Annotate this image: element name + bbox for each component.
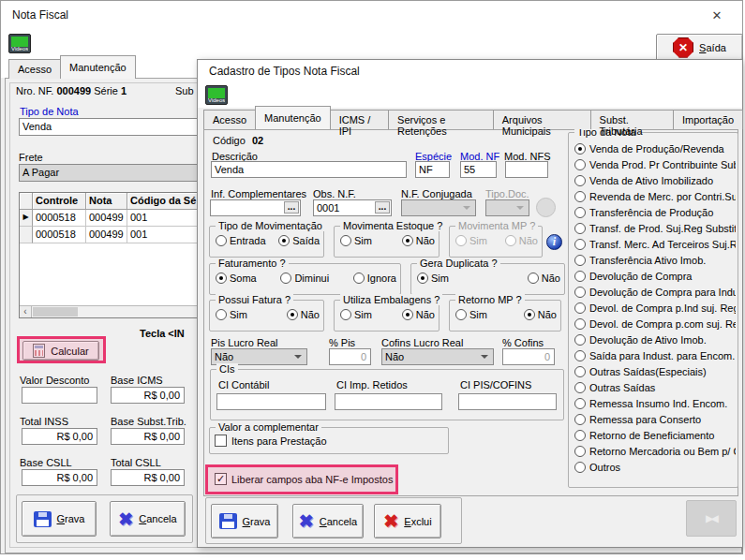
tipo-da-nota-option-transf-merc-ad-terceiros-suj-r[interactable]: Transf. Merc. Ad Terceiros Suj.R bbox=[574, 236, 736, 252]
scroll-left-icon[interactable]: ‹ bbox=[20, 306, 32, 317]
tipo-da-nota-option-revenda-de-merc-por-contri-sub[interactable]: Revenda de Merc. por Contri.Sub bbox=[574, 188, 736, 204]
grid-column-header[interactable]: Código da Sé bbox=[127, 193, 200, 210]
radio-sim[interactable]: Sim bbox=[216, 309, 247, 320]
radio-diminui[interactable]: Diminui bbox=[280, 273, 329, 284]
radio-circle-icon[interactable] bbox=[574, 334, 586, 346]
radio-circle-icon[interactable] bbox=[574, 462, 586, 473]
tab-manutencao[interactable]: Manutenção bbox=[60, 55, 136, 79]
grid-column-header[interactable]: Controle bbox=[33, 193, 86, 210]
radio-sim[interactable]: Sim bbox=[340, 235, 372, 246]
front-cancela-button[interactable]: ✖ Cancela bbox=[292, 504, 364, 538]
radio-circle-icon[interactable] bbox=[574, 271, 586, 282]
tab-manutencao[interactable]: Manutenção bbox=[255, 106, 331, 129]
radio-circle-icon[interactable] bbox=[574, 207, 586, 218]
calcular-button[interactable]: Calcular bbox=[22, 341, 99, 361]
radio-circle-icon[interactable] bbox=[528, 273, 539, 284]
close-icon[interactable]: ✕ bbox=[701, 8, 733, 22]
tipo-da-nota-option-venda-prod-pr-contribuinte-subs[interactable]: Venda Prod. Pr Contribuinte Subs bbox=[574, 156, 736, 172]
especie-field[interactable]: NF bbox=[415, 161, 450, 178]
radio-circle-icon[interactable] bbox=[278, 235, 290, 246]
base-icms-field[interactable]: R$ 0,00 bbox=[111, 387, 185, 404]
radio-circle-icon[interactable] bbox=[574, 175, 586, 186]
front-grava-button[interactable]: Grava bbox=[211, 504, 278, 538]
radio-circle-icon[interactable] bbox=[280, 273, 291, 284]
radio-circle-icon[interactable] bbox=[574, 287, 586, 298]
radio-circle-icon[interactable] bbox=[216, 309, 227, 320]
radio-ignora[interactable]: Ignora bbox=[353, 273, 396, 284]
radio-circle-icon[interactable] bbox=[574, 350, 586, 361]
tipo-da-nota-option-outros[interactable]: Outros bbox=[574, 459, 736, 475]
grid-column-header[interactable]: Nota bbox=[86, 193, 127, 210]
ci-imp-retidos-field[interactable] bbox=[335, 393, 442, 410]
tipo-da-nota-option-saida-para-indust-para-encom[interactable]: Saída para Indust. para Encom. bbox=[574, 347, 736, 363]
total-inss-field[interactable]: R$ 0,00 bbox=[22, 428, 97, 445]
radio-circle-icon[interactable] bbox=[574, 302, 586, 314]
tipo-da-nota-option-devol-de-compra-p-com-suj-reg[interactable]: Devol. de Compra p.com suj. Reg bbox=[574, 316, 736, 332]
radio-circle-icon[interactable] bbox=[574, 223, 586, 234]
radio-circle-icon[interactable] bbox=[574, 446, 586, 457]
tipo-da-nota-option-devolucao-de-compra-para-indus[interactable]: Devolução de Compra para Indus bbox=[574, 284, 736, 300]
tab-icms-ipi[interactable]: ICMS / IPI bbox=[330, 110, 389, 129]
tipo-da-nota-option-devolucao-de-ativo-imob[interactable]: Devolução de Ativo Imob. bbox=[574, 332, 736, 347]
scroll-thumb[interactable] bbox=[33, 307, 78, 317]
radio-circle-icon[interactable] bbox=[574, 414, 586, 425]
mod-nfs-field[interactable] bbox=[505, 161, 548, 178]
radio-circle-icon[interactable] bbox=[524, 309, 535, 320]
radio-sim[interactable]: Sim bbox=[455, 309, 487, 320]
radio-circle-icon[interactable] bbox=[574, 191, 586, 202]
tipo-da-nota-option-remessa-insumo-ind-encom[interactable]: Remessa Insumo Ind. Encom. bbox=[574, 395, 736, 411]
tipo-de-nota-field[interactable]: Venda bbox=[19, 118, 200, 136]
radio-sim[interactable]: Sim bbox=[340, 309, 372, 320]
notas-grid[interactable]: ControleNotaCódigo da Sé▶000051800049900… bbox=[19, 192, 200, 318]
tab-acesso[interactable]: Acesso bbox=[203, 110, 256, 129]
videos-icon[interactable]: Videos bbox=[8, 34, 31, 53]
radio-circle-icon[interactable] bbox=[574, 366, 586, 377]
radio-circle-icon[interactable] bbox=[216, 235, 227, 246]
info-icon[interactable]: i bbox=[546, 234, 562, 250]
obs-nf-ellipsis-button[interactable]: ... bbox=[375, 201, 390, 214]
radio-saida[interactable]: Saída bbox=[278, 235, 320, 246]
radio-circle-icon[interactable] bbox=[455, 309, 467, 320]
radio-circle-icon[interactable] bbox=[574, 318, 586, 330]
radio-nao[interactable]: Não bbox=[524, 309, 557, 320]
tipo-da-nota-option-remessa-para-conserto[interactable]: Remessa para Conserto bbox=[574, 411, 736, 427]
radio-circle-icon[interactable] bbox=[287, 309, 298, 320]
tab-importacao[interactable]: Importação bbox=[673, 110, 743, 129]
back-cancela-button[interactable]: ✖ Cancela bbox=[110, 501, 186, 537]
radio-nao[interactable]: Não bbox=[402, 309, 435, 320]
descricao-field[interactable]: Venda bbox=[211, 161, 407, 178]
inf-complementares-ellipsis-button[interactable]: ... bbox=[284, 201, 299, 214]
radio-circle-icon[interactable] bbox=[340, 235, 351, 246]
tipo-da-nota-option-transf-de-prod-suj-reg-substitu[interactable]: Transf. de Prod. Suj.Reg Substitu bbox=[574, 220, 736, 236]
tab-subst-tributaria[interactable]: Subst. Tributária bbox=[590, 110, 674, 129]
radio-circle-icon[interactable] bbox=[574, 159, 586, 170]
grid-data-row[interactable]: ▶0000518000499001 bbox=[20, 210, 199, 227]
radio-nao[interactable]: Não bbox=[402, 235, 435, 246]
radio-circle-icon[interactable] bbox=[574, 430, 586, 441]
tipo-da-nota-option-venda-de-ativo-imobilizado[interactable]: Venda de Ativo Imobilizado bbox=[574, 172, 736, 188]
radio-circle-icon[interactable] bbox=[574, 382, 586, 393]
tipo-da-nota-option-venda-de-producao-revenda[interactable]: Venda de Produção/Revenda bbox=[574, 140, 736, 156]
liberar-campos-checkbox[interactable]: ✓ bbox=[215, 473, 227, 485]
radio-circle-icon[interactable] bbox=[574, 398, 586, 409]
tipo-da-nota-option-devol-de-compra-p-ind-suj-regi[interactable]: Devol. de Compra p.Ind suj. Regi bbox=[574, 300, 736, 316]
mod-nf-field[interactable]: 55 bbox=[460, 161, 497, 178]
tipo-da-nota-option-retorno-mercadoria-ou-bem-p-c[interactable]: Retorno Mercadoria ou Bem p/ C bbox=[574, 443, 736, 459]
radio-circle-icon[interactable] bbox=[417, 273, 428, 284]
grid-hscrollbar[interactable]: ‹ bbox=[20, 305, 199, 317]
tipo-da-nota-option-transferencia-de-producao[interactable]: Transferência de Produção bbox=[574, 204, 736, 220]
ci-contabil-field[interactable] bbox=[216, 393, 326, 410]
tab-servicos-e-retencoes[interactable]: Serviços e Retenções bbox=[388, 110, 494, 129]
base-csll-field[interactable]: R$ 0,00 bbox=[22, 469, 97, 486]
base-subst-trib-field[interactable]: R$ 0,00 bbox=[111, 428, 185, 445]
frete-field[interactable]: A Pagar bbox=[19, 164, 200, 182]
grid-data-row[interactable]: 0000518000499001 bbox=[20, 227, 199, 243]
tipo-da-nota-option-transferencia-ativo-imob[interactable]: Transferência Ativo Imob. bbox=[574, 252, 736, 268]
videos-icon[interactable]: Videos bbox=[205, 85, 228, 105]
back-grava-button[interactable]: Grava bbox=[22, 501, 97, 537]
radio-circle-icon[interactable] bbox=[216, 273, 227, 284]
tipo-da-nota-option-outras-saidas-especiais[interactable]: Outras Saídas(Especiais) bbox=[574, 363, 736, 379]
radio-nao[interactable]: Não bbox=[287, 309, 320, 320]
tipo-da-nota-option-outras-saidas[interactable]: Outras Saídas bbox=[574, 379, 736, 395]
valor-desconto-field[interactable] bbox=[22, 387, 97, 404]
